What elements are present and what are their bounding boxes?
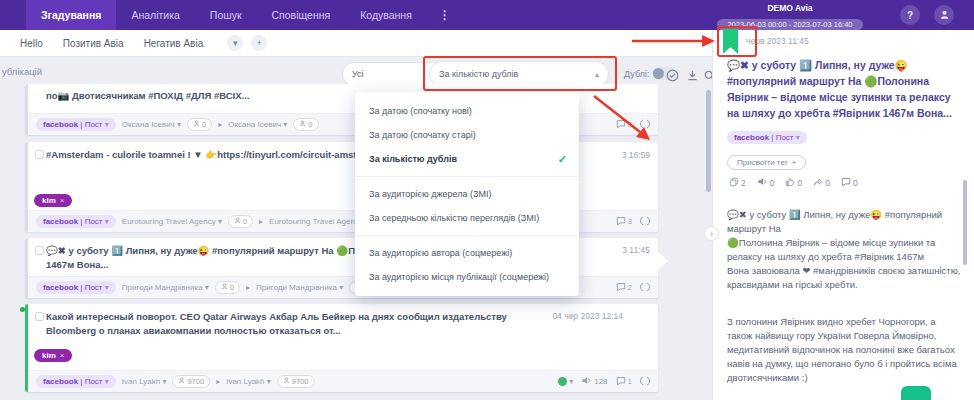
date-range-picker[interactable]: 2023-06-03 00:00 - 2023-07-03 16:40 bbox=[717, 19, 862, 30]
nav-coding[interactable]: Кодування bbox=[345, 0, 427, 30]
nav-mentions[interactable]: Згадування bbox=[26, 0, 116, 30]
post-checkbox[interactable] bbox=[35, 150, 44, 159]
tab-negative-avia[interactable]: Негатив Авіа bbox=[140, 38, 220, 49]
menu-item-date-old[interactable]: За датою (спочатку старі) bbox=[355, 123, 579, 147]
user-button[interactable] bbox=[934, 5, 954, 25]
header-bar: Згадування Аналітика Пошук Сповіщення Ко… bbox=[0, 0, 974, 30]
post-author[interactable]: Пригоди Мандрівника ▾ bbox=[122, 283, 209, 292]
chevron-down-icon: ▾ bbox=[177, 120, 181, 129]
chevron-down-icon: ▾ bbox=[796, 133, 800, 142]
author-audience: 0 bbox=[187, 118, 212, 131]
post-date: 3 11:45 bbox=[570, 245, 650, 255]
post-card[interactable]: Какой интересный поворот. CEO Qatar Airw… bbox=[25, 304, 658, 392]
toggle-knob bbox=[653, 68, 664, 79]
caret-icon: ▸ bbox=[246, 283, 250, 292]
add-tab-button[interactable]: + bbox=[251, 35, 267, 51]
main-nav: Згадування Аналітика Пошук Сповіщення Ко… bbox=[26, 0, 463, 30]
post-checkbox[interactable] bbox=[35, 312, 44, 321]
detail-body-text: 💬✖ у суботу 1️⃣ Липня, ну дуже😜 #популяр… bbox=[727, 194, 963, 400]
tag-chip[interactable]: klm× bbox=[34, 194, 72, 207]
post-author[interactable]: Оксана Ісевич ▾ bbox=[122, 120, 181, 129]
chevron-down-icon: ▾ bbox=[233, 38, 238, 48]
source-network: facebook bbox=[43, 120, 78, 129]
help-icon: ? bbox=[907, 10, 913, 21]
source-badge[interactable]: facebook | Пост ▾ bbox=[36, 215, 116, 228]
post-place[interactable]: Ivan Lyakh ▾ bbox=[226, 377, 271, 386]
post-counters: 3 bbox=[616, 216, 650, 228]
duplicates-icon[interactable] bbox=[640, 282, 650, 294]
menu-item-duplicates[interactable]: За кількістю дублів✓ bbox=[355, 147, 579, 171]
post-author[interactable]: Ivan Lyakh ▾ bbox=[122, 377, 167, 386]
post-checkbox[interactable] bbox=[35, 246, 44, 255]
chevron-down-icon: ▾ bbox=[105, 217, 109, 226]
export-button[interactable] bbox=[686, 67, 699, 86]
post-place[interactable]: Оксана Ісевич ▾ bbox=[228, 120, 287, 129]
reach-count: 0 bbox=[757, 176, 775, 189]
comments-count[interactable]: 1 bbox=[616, 376, 632, 388]
sort-select-value: За кількістю дублів bbox=[439, 69, 518, 79]
source-network: facebook bbox=[43, 283, 78, 292]
remove-tag-icon[interactable]: × bbox=[60, 196, 65, 205]
post-date: 04 чер 2023 12:14 bbox=[533, 311, 623, 321]
comment-icon bbox=[616, 119, 626, 131]
source-network: facebook bbox=[734, 133, 769, 142]
shares-count: 0 bbox=[813, 176, 830, 189]
sentiment-selector[interactable]: ▾ bbox=[558, 377, 573, 386]
post-counters: 9 bbox=[616, 119, 650, 131]
person-icon bbox=[221, 283, 228, 292]
nav-analytics[interactable]: Аналітика bbox=[116, 0, 194, 30]
comments-count[interactable]: 3 bbox=[616, 216, 632, 228]
pipe-separator: | bbox=[80, 283, 82, 292]
tab-positive-avia[interactable]: Позитив Авіа bbox=[59, 38, 140, 49]
post-author[interactable]: Eurotouring Travel Agency ▾ bbox=[122, 217, 222, 226]
selected-post-pointer bbox=[658, 252, 668, 270]
remove-tag-icon[interactable]: × bbox=[60, 351, 65, 360]
post-footer: facebook | Пост ▾ Ivan Lyakh ▾ 9700 ▸ Iv… bbox=[28, 370, 658, 392]
duplicates-icon[interactable] bbox=[640, 216, 650, 228]
menu-item-author-audience[interactable]: За аудиторією автора (соцмережі) bbox=[355, 241, 579, 265]
source-network: facebook bbox=[43, 217, 78, 226]
comments-count[interactable]: 9 bbox=[616, 119, 632, 131]
tag-chip[interactable]: klm× bbox=[34, 349, 72, 362]
check-icon: ✓ bbox=[558, 147, 567, 171]
post-place[interactable]: Пригоди Мандрівника ▾ bbox=[256, 283, 343, 292]
nav-search[interactable]: Пошук bbox=[195, 0, 257, 30]
tabs-expand-button[interactable]: ▾ bbox=[227, 35, 243, 51]
pipe-separator: | bbox=[771, 133, 773, 142]
menu-item-avg-views[interactable]: За середньою кількістю переглядів (ЗМІ) bbox=[355, 206, 579, 230]
detail-source-badge[interactable]: facebook | Пост ▾ bbox=[727, 131, 807, 144]
detail-title[interactable]: 💬✖ у суботу 1️⃣ Липня, ну дуже😜 #популяр… bbox=[727, 57, 962, 121]
author-audience: 9700 bbox=[172, 375, 210, 388]
comments-count[interactable]: 2 bbox=[616, 282, 632, 294]
menu-item-place-audience[interactable]: За аудиторією місця публікації (соцмереж… bbox=[355, 265, 579, 289]
duplicates-icon[interactable] bbox=[640, 119, 650, 131]
assign-tag-button[interactable]: Присвоїти тег+ bbox=[727, 155, 806, 170]
caret-icon: ▸ bbox=[218, 120, 222, 129]
person-icon bbox=[299, 120, 306, 129]
menu-item-date-new[interactable]: За датою (спочатку нові) bbox=[355, 99, 579, 123]
menu-item-source-audience[interactable]: За аудиторією джерела (ЗМІ) bbox=[355, 182, 579, 206]
plus-icon: + bbox=[257, 38, 262, 48]
duplicates-icon[interactable] bbox=[640, 376, 650, 388]
help-button[interactable]: ? bbox=[900, 5, 920, 25]
source-badge[interactable]: facebook | Пост ▾ bbox=[36, 281, 116, 294]
tab-hello[interactable]: Hello bbox=[16, 38, 59, 49]
mark-reviewed-button[interactable] bbox=[666, 67, 679, 86]
panel-scrollbar[interactable] bbox=[963, 180, 967, 265]
duplicates-count[interactable]: 2 bbox=[729, 176, 746, 189]
chat-widget-button[interactable] bbox=[901, 386, 931, 400]
app-window: Згадування Аналітика Пошук Сповіщення Ко… bbox=[0, 0, 974, 400]
panel-expand-handle[interactable]: › bbox=[704, 226, 719, 241]
source-network: facebook bbox=[43, 377, 78, 386]
source-type: Пост bbox=[776, 133, 794, 142]
menu-divider bbox=[355, 235, 579, 236]
comment-icon bbox=[616, 216, 626, 228]
list-scrollbar[interactable] bbox=[706, 90, 711, 192]
source-badge[interactable]: facebook | Пост ▾ bbox=[36, 375, 116, 388]
comment-icon bbox=[841, 177, 851, 189]
person-icon bbox=[178, 377, 185, 386]
plus-icon: + bbox=[792, 158, 797, 167]
source-badge[interactable]: facebook | Пост ▾ bbox=[36, 118, 116, 131]
nav-notifications[interactable]: Сповіщення bbox=[257, 0, 346, 30]
more-menu-icon[interactable]: ⋮ bbox=[427, 0, 463, 30]
